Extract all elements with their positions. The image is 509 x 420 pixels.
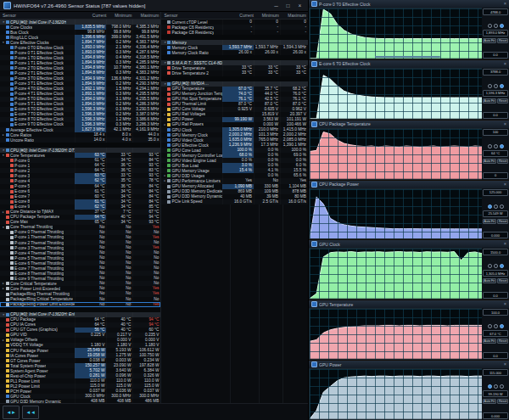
close-icon[interactable]: × bbox=[504, 300, 506, 308]
scale-radio[interactable] bbox=[488, 264, 492, 268]
power-icon bbox=[6, 354, 9, 357]
scale-radio[interactable] bbox=[488, 384, 492, 389]
sensor-label: E-core 9 T0 Effective Clock bbox=[14, 122, 64, 126]
maximize-icon[interactable]: □ bbox=[283, 0, 293, 11]
chevron-down-icon[interactable]: ▾ bbox=[2, 20, 5, 24]
chevron-down-icon[interactable]: ▾ bbox=[163, 41, 166, 44]
close-icon[interactable]: × bbox=[504, 361, 506, 368]
chevron-down-icon[interactable]: ▾ bbox=[163, 82, 166, 86]
collapse-columns-button[interactable]: ◄◄ bbox=[22, 406, 39, 419]
chevron-right-icon[interactable]: ▸ bbox=[2, 339, 5, 342]
column-header-sensor[interactable]: Sensor bbox=[161, 13, 225, 18]
chevron-down-icon[interactable]: ▾ bbox=[2, 148, 5, 152]
scale-radio[interactable] bbox=[494, 384, 498, 389]
scale-radio[interactable] bbox=[488, 84, 492, 88]
column-header-maximum[interactable]: Maximum bbox=[133, 13, 160, 18]
reset-button[interactable]: Reset bbox=[497, 399, 508, 404]
auto-fit-button[interactable]: Auto Fit bbox=[483, 98, 496, 104]
sensor-row[interactable]: PCIe Link Speed16.0 GT/s2.5 GT/s16.0 GT/… bbox=[161, 199, 308, 204]
chevron-right-icon[interactable]: ▸ bbox=[163, 123, 166, 126]
scale-radio[interactable] bbox=[494, 264, 498, 268]
reset-button[interactable]: Reset bbox=[497, 278, 508, 283]
sensor-row[interactable]: Uncore Ratio14.0 x4.0 x35.0 x bbox=[0, 137, 160, 143]
graph-plot[interactable] bbox=[309, 128, 482, 180]
chevron-down-icon[interactable]: ▾ bbox=[2, 154, 5, 157]
scale-radio[interactable] bbox=[494, 324, 498, 328]
horizontal-scrollbar[interactable] bbox=[375, 56, 440, 58]
scale-radio[interactable] bbox=[500, 84, 504, 88]
graph-plot[interactable] bbox=[309, 8, 482, 59]
graph-titlebar[interactable]: CPU Package Temperature× bbox=[309, 120, 509, 128]
window-titlebar[interactable]: HWiNFO64 v7.26-4960 Sensor Status [787 v… bbox=[0, 0, 308, 12]
scale-radio[interactable] bbox=[488, 144, 492, 148]
scale-radio[interactable] bbox=[500, 24, 504, 28]
auto-fit-button[interactable]: Auto Fit bbox=[483, 38, 496, 43]
close-icon[interactable]: × bbox=[504, 120, 506, 128]
auto-fit-button[interactable]: Auto Fit bbox=[483, 339, 496, 344]
close-icon[interactable]: × bbox=[504, 60, 506, 68]
scale-radio[interactable] bbox=[494, 24, 498, 28]
scale-radio[interactable] bbox=[494, 204, 498, 209]
reset-button[interactable]: Reset bbox=[497, 159, 508, 164]
reset-button[interactable]: Reset bbox=[497, 98, 508, 104]
graph-plot[interactable] bbox=[309, 248, 482, 300]
sensor-label: GPU Core Voltage bbox=[171, 107, 204, 111]
column-header-minimum[interactable]: Minimum bbox=[255, 13, 281, 18]
chevron-right-icon[interactable]: ▸ bbox=[2, 210, 5, 214]
scale-radio[interactable] bbox=[500, 384, 504, 389]
column-header-current[interactable]: Current bbox=[77, 13, 108, 18]
sensor-row[interactable]: Package C8 Residency--- bbox=[161, 30, 308, 35]
chevron-right-icon[interactable]: ▸ bbox=[2, 287, 5, 290]
graph-titlebar[interactable]: E-core 6 T0 Effective Clock× bbox=[309, 60, 509, 68]
auto-fit-button[interactable]: Auto Fit bbox=[483, 399, 496, 404]
graph-plot[interactable] bbox=[309, 68, 482, 120]
close-icon[interactable]: × bbox=[504, 0, 506, 8]
scale-radio[interactable] bbox=[500, 264, 504, 268]
graph-titlebar[interactable]: GPU Power× bbox=[309, 361, 509, 368]
graph-sidebar: 3788.01,596.3 MHzAuto FitReset0.0 bbox=[482, 68, 509, 120]
sensor-row[interactable]: GPU D3D Memory Dynamic408 MB408 MB486 MB bbox=[0, 399, 160, 403]
scale-radio[interactable] bbox=[488, 324, 492, 328]
chevron-down-icon[interactable]: ▾ bbox=[2, 226, 5, 229]
chevron-right-icon[interactable]: ▸ bbox=[2, 133, 5, 137]
graph-titlebar[interactable]: GPU Temperature× bbox=[309, 300, 509, 308]
reset-button[interactable]: Reset bbox=[497, 219, 508, 224]
scale-radio[interactable] bbox=[488, 204, 492, 209]
scale-radio[interactable] bbox=[500, 324, 504, 328]
sensor-row[interactable]: Drive Temperature 233 °C33 °C33 °C bbox=[161, 70, 308, 76]
chevron-right-icon[interactable]: ▸ bbox=[163, 174, 166, 177]
column-header-maximum[interactable]: Maximum bbox=[281, 13, 308, 18]
scale-radio[interactable] bbox=[500, 144, 504, 148]
chevron-down-icon[interactable]: ▾ bbox=[2, 41, 5, 44]
scale-radio[interactable] bbox=[500, 204, 504, 209]
close-icon[interactable]: × bbox=[504, 240, 506, 248]
auto-fit-button[interactable]: Auto Fit bbox=[483, 219, 496, 224]
scale-radio[interactable] bbox=[494, 84, 498, 88]
graph-plot[interactable] bbox=[309, 368, 482, 420]
column-header-minimum[interactable]: Minimum bbox=[108, 13, 133, 18]
reset-button[interactable]: Reset bbox=[497, 339, 508, 344]
auto-fit-button[interactable]: Auto Fit bbox=[483, 278, 496, 283]
graph-titlebar[interactable]: GPU Clock× bbox=[309, 240, 509, 248]
column-header-current[interactable]: Current bbox=[225, 13, 255, 18]
expand-columns-button[interactable]: ◄► bbox=[3, 406, 20, 419]
column-header-sensor[interactable]: Sensor bbox=[0, 13, 77, 18]
sensor-row[interactable]: Memory Clock Ratio26.00 x26.00 x26.00 x bbox=[161, 50, 308, 55]
graph-titlebar[interactable]: CPU Package Power× bbox=[309, 181, 509, 188]
graph-plot[interactable] bbox=[309, 188, 482, 240]
close-icon[interactable]: × bbox=[295, 0, 305, 11]
chevron-right-icon[interactable]: ▸ bbox=[163, 179, 166, 182]
chevron-right-icon[interactable]: ▸ bbox=[2, 282, 5, 285]
sensor-row[interactable]: Package/Ring Power Limit ExceededNoNoYes bbox=[0, 302, 160, 307]
reset-button[interactable]: Reset bbox=[497, 38, 508, 43]
close-icon[interactable]: × bbox=[504, 181, 506, 188]
chevron-down-icon[interactable]: ▾ bbox=[2, 313, 5, 316]
scale-radio[interactable] bbox=[488, 24, 492, 28]
graph-titlebar[interactable]: P-core 0 T0 Effective Clock× bbox=[309, 0, 509, 8]
minimize-icon[interactable]: ─ bbox=[271, 0, 281, 11]
scale-radio[interactable] bbox=[494, 144, 498, 148]
chevron-down-icon[interactable]: ▾ bbox=[163, 61, 166, 64]
graph-plot[interactable] bbox=[309, 308, 482, 360]
auto-fit-button[interactable]: Auto Fit bbox=[483, 159, 496, 164]
chevron-right-icon[interactable]: ▸ bbox=[163, 113, 166, 116]
